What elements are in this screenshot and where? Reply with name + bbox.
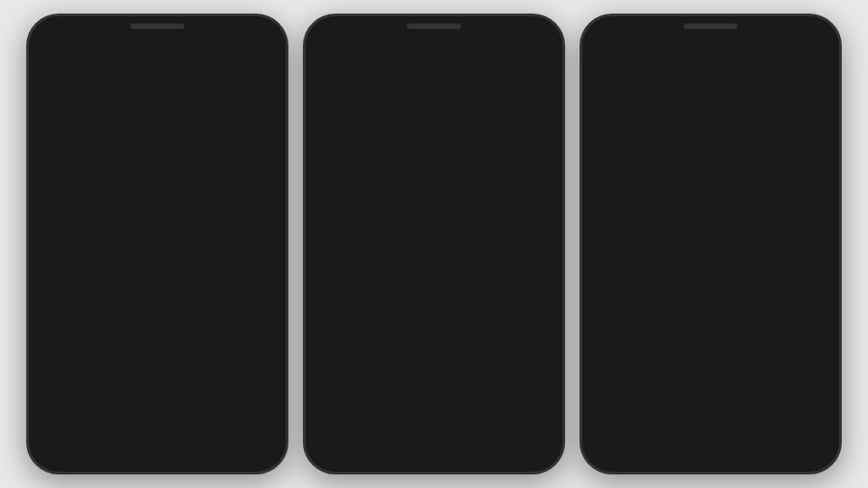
- avatar-alex: A: [321, 347, 359, 385]
- featured-header: Featured SEE ALL: [587, 263, 835, 286]
- featured-wsj[interactable]: WSJ Wall Street Journal ⚡ Automated Mess…: [587, 339, 835, 391]
- chat-preview-study: Kelly sent a sticker · 9m: [93, 263, 254, 276]
- nav-chats-3[interactable]: 💬: [587, 433, 669, 462]
- chat-info-isaac: Isaac Weinhausen I'm definately in! · no…: [93, 194, 252, 221]
- time-3: 12:30: [598, 42, 623, 53]
- tab-businesses[interactable]: BUSINESSES: [598, 134, 711, 155]
- story-card-mia[interactable]: M Mia Reynolds: [386, 137, 448, 228]
- brand-sephora[interactable]: ◑ Sephora: [703, 192, 744, 254]
- chat-item-amy[interactable]: A Amy Warrell Missed Call · 37m 📞: [33, 289, 281, 343]
- chat-avatar-amy: A: [42, 296, 84, 337]
- user-avatar[interactable]: M: [44, 61, 73, 89]
- notch-2: [407, 23, 461, 29]
- featured-fandango[interactable]: F Fandango ⚡ Automated Messaging Instant…: [587, 286, 835, 339]
- compose-nav-icon: ✏️: [229, 436, 251, 458]
- user-avatar-2[interactable]: M: [321, 61, 350, 89]
- story-4[interactable]: A: [231, 136, 270, 175]
- user-avatar-3[interactable]: M: [598, 61, 627, 89]
- wsj-name: Wall Street Journal: [645, 349, 824, 362]
- battery-icon: 🔋: [259, 43, 270, 53]
- person-brendan[interactable]: B Brendan Aronoff 👋: [310, 235, 558, 287]
- story-card-name-jean: Jean-M Denis: [524, 215, 558, 224]
- chat-meta-amy: 📞: [259, 305, 272, 329]
- chat-avatar-study: 101: [42, 241, 84, 283]
- status-bar: 12:30 ▲ ▾ 🔋: [33, 39, 281, 55]
- tab-games[interactable]: GAMES: [711, 134, 824, 155]
- brand-paypal[interactable]: P PayPal: [755, 192, 797, 254]
- story-3[interactable]: K: [184, 136, 223, 175]
- signal-icon: ▲: [241, 43, 250, 53]
- story-2[interactable]: J: [137, 136, 176, 175]
- phone-icon: 📞: [259, 305, 272, 316]
- apple-music-name: Apple Music: [645, 401, 824, 415]
- chats-header: M Chats 📷 ✏️: [33, 55, 281, 95]
- people-nav-icon-3: 👥: [699, 436, 722, 458]
- discover-nav-icon: 🔍: [782, 436, 805, 458]
- brand-nike[interactable]: Nike: [598, 192, 639, 254]
- people-badge-3: 33: [720, 433, 736, 447]
- person-alex[interactable]: A Alex Ristevski 👋: [310, 340, 558, 392]
- chat-avatar-isaac: I: [42, 187, 84, 229]
- discover-search[interactable]: 🔍 Search: [596, 100, 826, 125]
- people-badge-2: 33: [443, 433, 459, 447]
- chats-search[interactable]: 🔍 Search: [42, 100, 272, 125]
- edit-button[interactable]: ✏️: [241, 61, 270, 89]
- search-placeholder: Search: [73, 106, 110, 119]
- wifi-icon: ▾: [252, 43, 257, 53]
- status-icons-3: ▲ ▾ 🔋: [794, 43, 824, 53]
- camera-button[interactable]: 📷: [205, 61, 234, 89]
- story-1[interactable]: S: [90, 136, 129, 175]
- person-andrea[interactable]: A Andrea Mittelstaedt 👋: [310, 287, 558, 340]
- discover-screen: 12:30 ▲ ▾ 🔋 M Discover 🔍 Search BUSINESS…: [587, 39, 835, 467]
- nav-compose-2[interactable]: ✏️: [476, 433, 558, 462]
- nav-compose[interactable]: ✏️: [199, 433, 281, 462]
- story-5[interactable]: L: [278, 136, 281, 175]
- wave-andrea[interactable]: 👋: [527, 304, 547, 324]
- fandango-info: Fandango ⚡ Automated Messaging Instantly…: [645, 296, 824, 330]
- paypal-icon: P: [755, 192, 797, 233]
- story-card-loredana[interactable]: L Loredana Crisan: [453, 137, 514, 228]
- wave-brendan[interactable]: 👋: [527, 251, 547, 271]
- people-search[interactable]: 🔍 Search: [319, 100, 549, 125]
- people-bottom-nav: 💬 👥 33 ✏️: [310, 427, 558, 467]
- chat-name-study: 101 Study Group: [93, 249, 254, 263]
- chat-item-isaac[interactable]: I Isaac Weinhausen I'm definately in! · …: [33, 181, 281, 235]
- nav-chats-2[interactable]: 💬: [310, 433, 392, 462]
- fandango-name: Fandango: [645, 296, 824, 310]
- nav-discover[interactable]: 🔍: [752, 433, 835, 462]
- discover-bottom-nav: 💬 👥 33 🔍: [587, 427, 835, 467]
- brand-flowers[interactable]: 🌸 1-800-Flowers: [807, 192, 835, 254]
- nav-people-2[interactable]: 👥 33: [392, 433, 475, 462]
- nike-label: Nike: [609, 236, 627, 246]
- online-brendan: [349, 270, 358, 279]
- featured-see-all[interactable]: SEE ALL: [778, 269, 824, 282]
- story-card-avatar-mia: M: [392, 143, 415, 166]
- add-person-button[interactable]: 👤: [518, 61, 547, 89]
- brand-pinterest[interactable]: P Pinterest: [650, 192, 692, 254]
- nav-chats[interactable]: 💬: [33, 433, 116, 462]
- add-my-story[interactable]: + My Story: [319, 137, 381, 228]
- time-loren: 8:24am: [239, 365, 272, 376]
- search-placeholder-3: Search: [627, 106, 664, 119]
- chat-name-isaac: Isaac Weinhausen: [93, 194, 252, 209]
- phone-people: 12:30 ▲ ▾ 🔋 M People 👤 🔍 Search + My Sto…: [303, 14, 565, 474]
- story-card-jean[interactable]: J Jean-M Denis: [520, 137, 558, 228]
- chat-name-loren: Loren Newton: [93, 357, 230, 371]
- add-story[interactable]: +: [42, 136, 82, 175]
- wave-justin[interactable]: 👋: [527, 408, 547, 428]
- nav-people[interactable]: 👥 2: [116, 433, 198, 462]
- chat-meta-study: [263, 258, 272, 267]
- chat-item-study[interactable]: 101 101 Study Group Kelly sent a sticker…: [33, 235, 281, 289]
- fandango-sub: ⚡ Automated Messaging: [645, 310, 824, 320]
- chat-meta-loren: 8:24am: [239, 365, 272, 376]
- nav-people-3[interactable]: 👥 33: [669, 433, 751, 462]
- header-icons: 📷 ✏️: [205, 61, 270, 89]
- chat-name-surfers: Super Surfers: [93, 411, 244, 426]
- nike-icon: [598, 192, 639, 233]
- chat-item-loren[interactable]: L Loren Newton See you soon! · 8:24am 8:…: [33, 343, 281, 398]
- chats-screen: 12:30 ▲ ▾ 🔋 M Chats 📷 ✏️ 🔍 Search +: [33, 39, 281, 467]
- wave-alex[interactable]: 👋: [527, 356, 547, 376]
- recently-used-header: Recently Used SEE ALL: [587, 164, 835, 188]
- time: 12:30: [44, 42, 70, 53]
- recently-used-see-all[interactable]: SEE ALL: [778, 171, 824, 183]
